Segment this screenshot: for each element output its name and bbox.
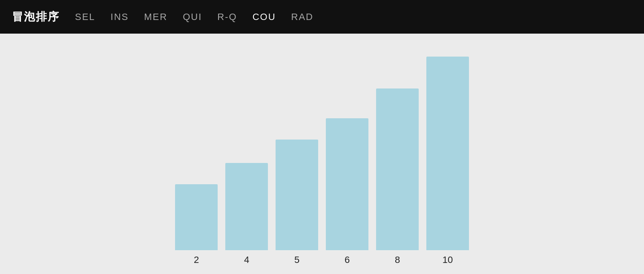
nav-items: SELINSMERQUIR-QCOURAD <box>75 11 313 23</box>
nav-item-r-q[interactable]: R-Q <box>217 11 237 23</box>
nav-item-mer[interactable]: MER <box>144 11 167 23</box>
chart-area: 2456810 <box>0 34 644 274</box>
bar-label: 10 <box>443 254 453 265</box>
bar-wrapper: 10 <box>426 57 469 265</box>
chart-bar <box>276 140 318 250</box>
nav-item-sel[interactable]: SEL <box>75 11 95 23</box>
bar-label: 4 <box>244 254 249 265</box>
bar-wrapper: 5 <box>276 140 318 265</box>
bar-label: 5 <box>294 254 299 265</box>
nav-item-qui[interactable]: QUI <box>183 11 202 23</box>
chart-bar <box>175 184 218 250</box>
chart-bar <box>326 118 368 250</box>
nav-item-cou[interactable]: COU <box>253 11 276 23</box>
page-title: 冒泡排序 <box>12 9 60 24</box>
bar-wrapper: 4 <box>225 163 268 265</box>
nav-item-ins[interactable]: INS <box>111 11 129 23</box>
bar-label: 6 <box>345 254 350 265</box>
bar-wrapper: 8 <box>376 88 419 265</box>
bar-wrapper: 6 <box>326 118 368 265</box>
chart-bar <box>225 163 268 250</box>
bar-wrapper: 2 <box>175 184 218 265</box>
chart-bar <box>426 57 469 250</box>
bar-label: 2 <box>194 254 199 265</box>
header: 冒泡排序 SELINSMERQUIR-QCOURAD <box>0 0 644 34</box>
bar-label: 8 <box>395 254 400 265</box>
chart-bar <box>376 88 419 250</box>
nav-item-rad[interactable]: RAD <box>291 11 313 23</box>
